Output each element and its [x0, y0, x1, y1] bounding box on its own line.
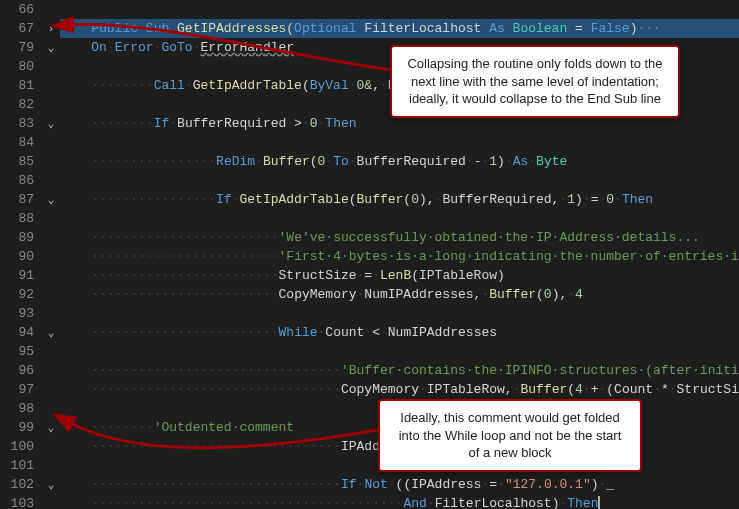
line-number: 89	[0, 228, 34, 247]
line-number: 79	[0, 38, 34, 57]
line-number-gutter: 6667798081828384858687888990919293949596…	[0, 0, 42, 509]
code-line[interactable]	[60, 209, 739, 228]
line-number: 96	[0, 361, 34, 380]
line-number: 90	[0, 247, 34, 266]
line-number: 85	[0, 152, 34, 171]
callout-bottom-text: Ideally, this comment would get folded i…	[399, 410, 622, 460]
code-line[interactable]: ························StructSize·=·Len…	[60, 266, 739, 285]
code-line[interactable]: ································If·Not·(…	[60, 475, 739, 494]
line-number: 102	[0, 475, 34, 494]
code-line[interactable]: ················If·GetIpAddrTable(Buffer…	[60, 190, 739, 209]
line-number: 99	[0, 418, 34, 437]
code-line[interactable]: ································CopyMemo…	[60, 380, 739, 399]
fold-expanded-icon[interactable]: ⌄	[42, 419, 60, 438]
code-line[interactable]: ························'First·4·bytes·i…	[60, 247, 739, 266]
line-number: 67	[0, 19, 34, 38]
line-number: 94	[0, 323, 34, 342]
line-number: 97	[0, 380, 34, 399]
line-number: 88	[0, 209, 34, 228]
code-line[interactable]	[60, 133, 739, 152]
fold-column[interactable]: ›⌄⌄⌄⌄⌄⌄	[42, 0, 60, 509]
callout-top: Collapsing the routine only folds down t…	[390, 45, 680, 118]
fold-expanded-icon[interactable]: ⌄	[42, 191, 60, 210]
line-number: 92	[0, 285, 34, 304]
line-number: 100	[0, 437, 34, 456]
line-number: 83	[0, 114, 34, 133]
fold-expanded-icon[interactable]: ⌄	[42, 476, 60, 495]
code-line[interactable]: ················ReDim·Buffer(0·To·Buffer…	[60, 152, 739, 171]
line-number: 87	[0, 190, 34, 209]
line-number: 86	[0, 171, 34, 190]
code-line[interactable]: ························'We've·successfu…	[60, 228, 739, 247]
code-line[interactable]: ························While·Count·<·Nu…	[60, 323, 739, 342]
code-line[interactable]: ········································…	[60, 494, 739, 509]
callout-top-text: Collapsing the routine only folds down t…	[407, 56, 662, 106]
code-line[interactable]	[60, 0, 739, 19]
fold-expanded-icon[interactable]: ⌄	[42, 115, 60, 134]
text-cursor	[598, 496, 600, 509]
line-number: 82	[0, 95, 34, 114]
fold-expanded-icon[interactable]: ⌄	[42, 39, 60, 58]
line-number: 84	[0, 133, 34, 152]
callout-bottom: Ideally, this comment would get folded i…	[378, 399, 642, 472]
code-line[interactable]	[60, 342, 739, 361]
line-number: 80	[0, 57, 34, 76]
line-number: 95	[0, 342, 34, 361]
line-number: 103	[0, 494, 34, 509]
code-line[interactable]	[60, 304, 739, 323]
line-number: 81	[0, 76, 34, 95]
code-line[interactable]	[60, 171, 739, 190]
line-number: 66	[0, 0, 34, 19]
fold-collapsed-icon[interactable]: ›	[42, 20, 60, 39]
code-line[interactable]: Public·Sub·GetIPAddresses(Optional·Filte…	[60, 19, 739, 38]
fold-expanded-icon[interactable]: ⌄	[42, 324, 60, 343]
code-line[interactable]: ································'Buffer·…	[60, 361, 739, 380]
code-line[interactable]: ························CopyMemory·NumIP…	[60, 285, 739, 304]
line-number: 98	[0, 399, 34, 418]
line-number: 101	[0, 456, 34, 475]
line-number: 91	[0, 266, 34, 285]
line-number: 93	[0, 304, 34, 323]
